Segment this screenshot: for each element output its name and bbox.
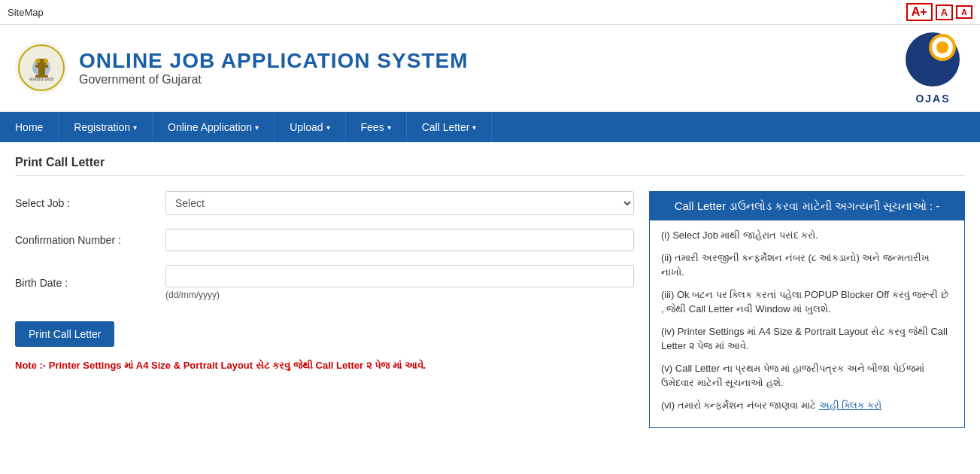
birth-date-control: (dd/mm/yyyy) xyxy=(165,265,634,300)
confirmation-number-label: Confirmation Number : xyxy=(15,234,165,246)
site-subtitle: Government of Gujarat xyxy=(79,73,468,87)
font-size-controls: A+ A A xyxy=(906,3,972,21)
nav-call-letter[interactable]: Call Letter ▾ xyxy=(407,112,493,142)
header: सत्यमेव जयते ONLINE JOB APPLICATION SYST… xyxy=(0,25,980,112)
birth-date-input[interactable] xyxy=(165,265,634,287)
select-job-dropdown[interactable]: Select xyxy=(165,191,634,215)
chevron-down-icon: ▾ xyxy=(255,123,259,132)
ojas-text-label: OJAS xyxy=(901,93,965,105)
info-item-3: (iii) Ok બટન પર ક્લિક કરતાં પહેલા POPUP … xyxy=(661,287,953,317)
info-item-1: (i) Select Job માથી જાહેરાત પસંદ કરો. xyxy=(661,228,953,243)
government-logo: सत्यमेव जयते xyxy=(15,41,68,94)
print-call-letter-button[interactable]: Print Call Letter xyxy=(15,321,114,347)
form-section: Select Job : Select Confirmation Number … xyxy=(15,191,634,428)
sitemap-link[interactable]: SiteMap xyxy=(8,7,44,18)
nav-online-application[interactable]: Online Application ▾ xyxy=(153,112,275,142)
ojas-logo-container: OJAS xyxy=(901,31,965,105)
confirmation-number-group: Confirmation Number : xyxy=(15,229,634,251)
nav-registration[interactable]: Registration ▾ xyxy=(59,112,153,142)
confirmation-number-input[interactable] xyxy=(165,229,634,251)
select-job-label: Select Job : xyxy=(15,197,165,209)
info-item-5: (v) Call Letter ના પ્રથમ પેજ માં હાજરીપત… xyxy=(661,361,953,390)
font-large-button[interactable]: A+ xyxy=(906,3,933,21)
top-bar: SiteMap A+ A A xyxy=(0,0,980,25)
note-text: Note :- Printer Settings માં A4 Size & P… xyxy=(15,358,634,373)
navbar: Home Registration ▾ Online Application ▾… xyxy=(0,112,980,142)
chevron-down-icon: ▾ xyxy=(387,123,391,132)
confirmation-number-control xyxy=(165,229,634,251)
select-job-control: Select xyxy=(165,191,634,215)
nav-upload[interactable]: Upload ▾ xyxy=(275,112,345,142)
birth-date-group: Birth Date : (dd/mm/yyyy) xyxy=(15,265,634,300)
info-item-6: (vi) તમારો કન્ફર્મેશન નંબર જાણવા માટે અહ… xyxy=(661,398,953,413)
nav-home[interactable]: Home xyxy=(0,112,59,142)
chevron-down-icon: ▾ xyxy=(133,123,137,132)
info-box-header: Call Letter ડાઉનલોડ કરવા માટેની અગત્યની … xyxy=(650,192,964,220)
date-hint: (dd/mm/yyyy) xyxy=(165,290,634,300)
ojas-emblem-icon xyxy=(901,31,965,91)
info-item-4: (iv) Printer Settings માં A4 Size & Port… xyxy=(661,324,953,354)
font-small-button[interactable]: A xyxy=(956,5,972,19)
info-item-6-text: (vi) તમારો કન્ફર્મેશન નંબર જાણવા માટે xyxy=(661,400,819,411)
info-box-body: (i) Select Job માથી જાહેરાત પસંદ કરો. (i… xyxy=(650,220,964,427)
birth-date-label: Birth Date : xyxy=(15,277,165,289)
site-title: ONLINE JOB APPLICATION SYSTEM xyxy=(79,49,468,73)
svg-point-6 xyxy=(44,59,48,63)
svg-point-12 xyxy=(936,41,948,53)
header-text: ONLINE JOB APPLICATION SYSTEM Government… xyxy=(79,49,468,87)
info-item-2: (ii) તમારી અરજીની કન્ફર્મેશન નંબર (૮ આંક… xyxy=(661,251,953,280)
ashoka-emblem-icon: सत्यमेव जयते xyxy=(17,44,66,93)
content-area: Print Call Letter Select Job : Select Co… xyxy=(0,142,980,436)
chevron-down-icon: ▾ xyxy=(472,123,476,132)
font-medium-button[interactable]: A xyxy=(936,5,953,20)
svg-rect-7 xyxy=(38,68,45,75)
header-left: सत्यमेव जयते ONLINE JOB APPLICATION SYST… xyxy=(15,41,468,94)
confirmation-link[interactable]: અહી ક્લિક કરો xyxy=(819,400,881,411)
chevron-down-icon: ▾ xyxy=(326,123,330,132)
svg-rect-4 xyxy=(35,65,48,68)
page-title: Print Call Letter xyxy=(15,150,965,176)
main-layout: Select Job : Select Confirmation Number … xyxy=(15,191,965,428)
info-box: Call Letter ડાઉનલોડ કરવા માટેની અગત્યની … xyxy=(649,191,965,428)
nav-fees[interactable]: Fees ▾ xyxy=(346,112,407,142)
info-section: Call Letter ડાઉનલોડ કરવા માટેની અગત્યની … xyxy=(649,191,965,428)
svg-rect-8 xyxy=(35,75,48,77)
svg-point-5 xyxy=(35,59,40,63)
select-job-group: Select Job : Select xyxy=(15,191,634,215)
ojas-logo xyxy=(901,31,965,91)
